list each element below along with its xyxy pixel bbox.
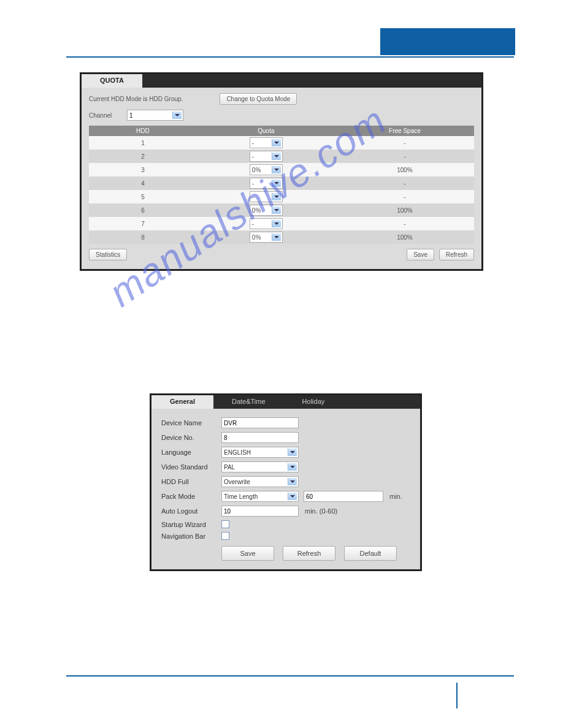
video-standard-label: Video Standard — [161, 463, 221, 471]
chevron-down-icon — [290, 466, 295, 468]
quota-value: 0% — [252, 234, 261, 241]
quota-tabbar: QUOTA — [82, 74, 481, 88]
hdd-cell: 3 — [89, 163, 197, 176]
quota-select[interactable]: - — [250, 218, 283, 229]
chevron-down-icon — [274, 182, 279, 184]
quota-cell: - — [197, 176, 335, 190]
quota-select[interactable]: - — [250, 191, 283, 202]
pack-mode-value: Time Length — [224, 493, 258, 500]
quota-select[interactable]: 0% — [250, 164, 283, 175]
free-space-cell: - — [335, 217, 474, 230]
language-value: ENGLISH — [224, 449, 251, 456]
language-label: Language — [161, 449, 221, 456]
top-rule — [66, 56, 514, 58]
chevron-down-icon — [274, 236, 279, 238]
quota-value: 0% — [252, 167, 261, 173]
hdd-cell: 7 — [89, 217, 197, 230]
quota-panel: QUOTA Current HDD Mode is HDD Group. Cha… — [80, 72, 483, 271]
general-refresh-button[interactable]: Refresh — [283, 546, 335, 561]
hdd-cell: 1 — [89, 136, 197, 150]
video-standard-select[interactable]: PAL — [221, 461, 299, 472]
quota-save-button[interactable]: Save — [407, 249, 434, 260]
chevron-down-icon — [274, 209, 279, 211]
hdd-full-value: Overwrite — [224, 479, 250, 485]
quota-value: - — [252, 194, 254, 200]
statistics-button[interactable]: Statistics — [89, 249, 127, 260]
pack-mode-minutes-input[interactable] — [304, 491, 383, 502]
tab-general[interactable]: General — [151, 395, 213, 409]
auto-logout-input[interactable] — [221, 506, 299, 517]
quota-cell: - — [197, 136, 335, 150]
auto-logout-unit: min. (0-60) — [305, 507, 337, 515]
quota-cell: 0% — [197, 203, 335, 217]
bottom-rule — [66, 675, 514, 677]
table-row: 30%100% — [89, 163, 474, 176]
channel-value: 1 — [129, 112, 133, 119]
chevron-down-icon — [274, 222, 279, 225]
tab-quota[interactable]: QUOTA — [82, 74, 142, 88]
chevron-down-icon — [274, 169, 279, 171]
quota-select[interactable]: - — [250, 137, 283, 148]
quota-cell: 0% — [197, 230, 335, 244]
free-space-cell: - — [335, 176, 474, 190]
startup-wizard-checkbox[interactable] — [221, 520, 229, 528]
free-space-cell: - — [335, 150, 474, 163]
quota-select[interactable]: 0% — [250, 205, 283, 216]
top-header-block — [380, 28, 515, 55]
hdd-full-select[interactable]: Overwrite — [221, 476, 299, 487]
navigation-bar-checkbox[interactable] — [221, 532, 229, 540]
quota-select[interactable]: - — [250, 178, 283, 189]
tab-holiday[interactable]: Holiday — [284, 395, 343, 409]
general-save-button[interactable]: Save — [221, 546, 274, 561]
free-space-cell: - — [335, 190, 474, 203]
auto-logout-label: Auto Logout — [161, 507, 221, 515]
channel-label: Channel — [89, 112, 127, 119]
table-row: 7-- — [89, 217, 474, 230]
video-standard-value: PAL — [224, 464, 235, 471]
pack-mode-select[interactable]: Time Length — [221, 491, 299, 502]
general-tabbar: General Date&Time Holiday — [151, 395, 420, 409]
quota-select[interactable]: - — [250, 151, 283, 162]
quota-cell: - — [197, 217, 335, 230]
device-no-label: Device No. — [161, 434, 221, 441]
table-row: 2-- — [89, 150, 474, 163]
general-panel: General Date&Time Holiday Device Name De… — [150, 393, 422, 571]
free-space-cell: 100% — [335, 230, 474, 244]
table-row: 1-- — [89, 136, 474, 150]
col-free: Free Space — [335, 126, 474, 136]
hdd-cell: 8 — [89, 230, 197, 244]
navigation-bar-label: Navigation Bar — [161, 533, 221, 540]
hdd-cell: 5 — [89, 190, 197, 203]
language-select[interactable]: ENGLISH — [221, 447, 299, 458]
change-to-quota-mode-button[interactable]: Change to Quota Mode — [220, 93, 297, 105]
quota-select[interactable]: 0% — [250, 232, 283, 243]
chevron-down-icon — [274, 142, 279, 144]
general-default-button[interactable]: Default — [344, 546, 397, 561]
quota-cell: - — [197, 190, 335, 203]
table-row: 4-- — [89, 176, 474, 190]
quota-cell: 0% — [197, 163, 335, 176]
tab-datetime[interactable]: Date&Time — [213, 395, 284, 409]
device-no-input[interactable] — [221, 432, 299, 443]
hdd-cell: 2 — [89, 150, 197, 163]
channel-select[interactable]: 1 — [127, 110, 183, 121]
chevron-down-icon — [175, 114, 180, 116]
table-row: 80%100% — [89, 230, 474, 244]
quota-cell: - — [197, 150, 335, 163]
chevron-down-icon — [274, 155, 279, 157]
free-space-cell: 100% — [335, 163, 474, 176]
quota-value: - — [252, 153, 254, 160]
right-accent — [456, 683, 458, 708]
quota-value: - — [252, 140, 254, 146]
pack-mode-label: Pack Mode — [161, 493, 221, 500]
quota-refresh-button[interactable]: Refresh — [439, 249, 474, 260]
col-quota: Quota — [197, 126, 335, 136]
free-space-cell: - — [335, 136, 474, 150]
quota-value: - — [252, 221, 254, 227]
table-row: 5-- — [89, 190, 474, 203]
hdd-cell: 6 — [89, 203, 197, 217]
device-name-input[interactable] — [221, 417, 299, 428]
quota-value: - — [252, 180, 254, 187]
hdd-cell: 4 — [89, 176, 197, 190]
device-name-label: Device Name — [161, 419, 221, 427]
